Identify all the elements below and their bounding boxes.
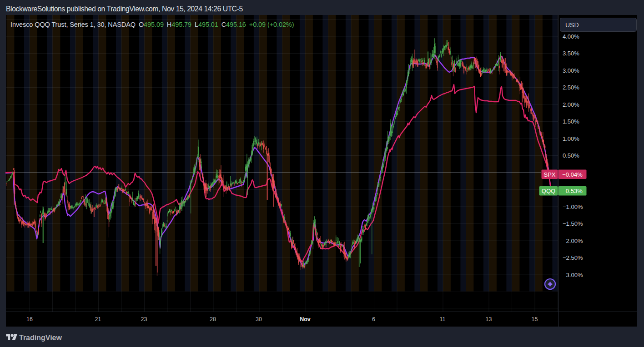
svg-text:13: 13: [486, 316, 492, 322]
svg-text:SPX: SPX: [543, 171, 555, 178]
svg-text:−2.00%: −2.00%: [563, 238, 583, 244]
svg-text:11: 11: [440, 316, 446, 322]
svg-text:1.50%: 1.50%: [563, 118, 579, 125]
svg-text:3.00%: 3.00%: [563, 67, 579, 74]
svg-text:1.00%: 1.00%: [563, 135, 579, 142]
svg-text:2.50%: 2.50%: [563, 84, 579, 91]
svg-text:BlockwareSolutions published o: BlockwareSolutions published on TradingV…: [6, 5, 243, 13]
svg-text:USD: USD: [565, 21, 579, 29]
svg-text:−0.53%: −0.53%: [562, 188, 583, 194]
svg-text:28: 28: [210, 316, 216, 322]
svg-text:16: 16: [26, 316, 33, 322]
svg-text:15: 15: [532, 316, 538, 322]
svg-text:2.00%: 2.00%: [563, 101, 579, 108]
svg-text:−0.04%: −0.04%: [562, 171, 583, 178]
svg-text:6: 6: [372, 316, 375, 322]
svg-text:21: 21: [95, 316, 101, 322]
svg-text:30: 30: [256, 316, 262, 322]
svg-text:−2.50%: −2.50%: [563, 254, 583, 261]
svg-text:QQQ: QQQ: [542, 188, 555, 194]
svg-text:0.50%: 0.50%: [563, 152, 579, 159]
svg-text:Nov: Nov: [300, 316, 311, 322]
svg-text:TradingView: TradingView: [19, 334, 62, 342]
svg-text:−3.00%: −3.00%: [563, 272, 583, 278]
svg-text:23: 23: [141, 316, 147, 322]
svg-text:4.00%: 4.00%: [563, 33, 579, 40]
svg-text:Invesco QQQ Trust, Series 1, 3: Invesco QQQ Trust, Series 1, 30, NASDAQO…: [10, 21, 294, 28]
svg-text:−1.00%: −1.00%: [563, 203, 583, 210]
svg-text:3.50%: 3.50%: [563, 50, 579, 57]
svg-text:−1.50%: −1.50%: [563, 220, 583, 227]
